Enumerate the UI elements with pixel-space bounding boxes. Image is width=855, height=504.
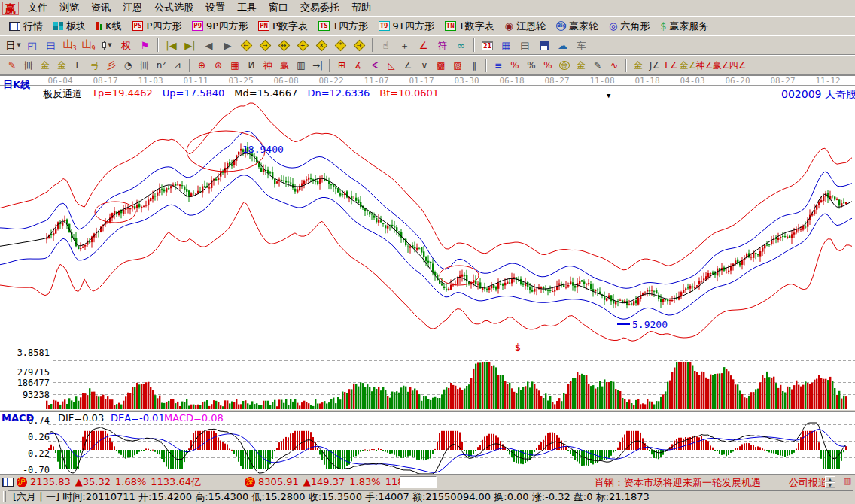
draw-ying-angle[interactable]: 赢∠ (713, 56, 729, 74)
draw-arrow-to-bar[interactable]: →| (309, 56, 326, 74)
draw-note-pen[interactable]: ✎ (589, 56, 606, 74)
tool-save-file[interactable] (534, 37, 553, 53)
tool-first-bar[interactable]: |◀ (162, 37, 181, 53)
draw-fan-grid[interactable]: ◺ (383, 56, 400, 74)
toolbar-item-winner-service[interactable]: $赢家服务 (655, 18, 714, 35)
menu-item-tools[interactable]: 工具 (231, 0, 263, 17)
draw-fan-purple[interactable]: ∢ (367, 56, 383, 74)
draw-gold-line-1[interactable]: 金 (37, 56, 53, 74)
tool-diamond-shrink[interactable]: × (312, 37, 331, 53)
tool-bars-3[interactable]: 山3 (60, 37, 79, 53)
main-price-chart[interactable] (0, 85, 855, 360)
tool-next-bar[interactable]: ▶ (218, 37, 237, 53)
toolbar-item-p-square[interactable]: PSP四方形 (127, 18, 187, 35)
draw-gold-ruler[interactable]: 金 (573, 56, 589, 74)
draw-percent-retrace[interactable]: % (540, 56, 556, 74)
news-scroll-down-button[interactable]: ▼ (825, 482, 835, 488)
draw-grid-red[interactable]: ▦ (227, 56, 243, 74)
draw-tick-ruler[interactable]: 卌 (20, 56, 37, 74)
draw-n-mark[interactable]: И (243, 56, 260, 74)
tool-cycle-tool[interactable]: ∞ (452, 37, 470, 53)
tool-diamond-star[interactable]: * (331, 37, 350, 53)
tool-diamond-expand[interactable]: + (294, 37, 312, 53)
draw-f-angle[interactable]: F∠ (663, 56, 680, 74)
toolbar-item-p-number[interactable]: PNP数字表 (253, 18, 313, 35)
tool-delivery[interactable]: 车 (572, 37, 591, 53)
draw-time-circle[interactable]: ◔ (120, 56, 136, 74)
macd-chart[interactable] (0, 422, 855, 475)
draw-percent-tool[interactable]: % (523, 56, 540, 74)
tool-info-panel[interactable]: ▤ (41, 37, 60, 53)
tool-calendar[interactable]: 21 (478, 37, 497, 53)
tool-angle-measure[interactable]: ∠ (414, 37, 433, 53)
draw-pen-tool[interactable]: ✎ (4, 56, 20, 74)
tool-diamond-both[interactable]: ↔ (275, 37, 294, 53)
draw-percent-line[interactable]: % (507, 56, 523, 74)
draw-parallel-lines[interactable]: ∥ (466, 56, 482, 74)
tool-web-save[interactable]: ☁ (553, 37, 572, 53)
menu-item-formula-select[interactable]: 公式选股 (148, 0, 199, 17)
draw-wave-tool[interactable]: ∿ (606, 56, 622, 74)
draw-protractor[interactable]: ⊿ (169, 56, 186, 74)
tool-crosshair-tool[interactable]: ＋ (395, 37, 414, 53)
draw-j-angle[interactable]: J∠ (647, 56, 663, 74)
tool-diamond-left[interactable]: ← (237, 37, 256, 53)
tool-diamond-right[interactable]: → (256, 37, 275, 53)
toolbar-item-9p-square[interactable]: P99P四方形 (187, 18, 253, 35)
toolbar-item-quotes[interactable]: 行情 (4, 18, 48, 35)
menu-item-gann[interactable]: 江恩 (117, 0, 148, 17)
draw-si-angle[interactable]: 四∠ (729, 56, 746, 74)
menu-item-settings[interactable]: 设置 (199, 0, 231, 17)
toolbar-item-sectors[interactable]: 板块 (48, 18, 91, 35)
draw-scale-ruler[interactable]: ≡ (490, 56, 507, 74)
draw-star-grid[interactable]: ⊛ (210, 56, 227, 74)
news-category[interactable]: 公司报道 (789, 476, 828, 490)
news-ticker[interactable]: 肖钢：资本市场将迎来新一轮发展机遇 (595, 476, 761, 490)
toolbar-item-gann-wheel[interactable]: ◉江恩轮 (500, 18, 551, 35)
tool-prev-bar[interactable]: ◀ (199, 37, 218, 53)
tool-zoom-region[interactable]: ◰ (23, 37, 41, 53)
draw-n-square[interactable]: n² (153, 56, 169, 74)
toolbar-item-t-number[interactable]: TNT数字表 (440, 18, 500, 35)
draw-count-grid[interactable]: ▥ (293, 56, 309, 74)
quick-entry-input[interactable] (400, 476, 437, 488)
draw-gold-line-2[interactable]: 金 (53, 56, 70, 74)
tool-notepad[interactable]: ▤ (516, 37, 534, 53)
draw-f-line[interactable]: F (70, 56, 87, 74)
volume-chart[interactable] (0, 360, 855, 409)
draw-time-grid[interactable]: ▨ (449, 56, 466, 74)
draw-trend-angle[interactable]: ∠ (400, 56, 416, 74)
menu-item-trade[interactable]: 交易委托 (294, 0, 345, 17)
menu-item-news[interactable]: 资讯 (85, 0, 117, 17)
toolbar-item-winner-wheel[interactable]: Big赢家轮 (551, 18, 604, 35)
draw-brush-tool[interactable]: 彡 (103, 56, 120, 74)
draw-ying-line[interactable]: 赢 (276, 56, 293, 74)
draw-shen-line[interactable]: 神 (260, 56, 276, 74)
menu-item-help[interactable]: 帮助 (345, 0, 377, 17)
draw-gold-angle[interactable]: 金∠ (680, 56, 696, 74)
tool-flag-mark[interactable]: ⚑ (135, 37, 154, 53)
market-grid-icon[interactable] (2, 478, 14, 487)
draw-gold-base[interactable]: 金 (630, 56, 647, 74)
tool-candle-style[interactable]: ▼ (98, 37, 117, 53)
draw-fan-red[interactable]: ∡ (350, 56, 367, 74)
toolbar-item-9t-square[interactable]: T99T四方形 (373, 18, 440, 35)
tool-restore-rights[interactable]: 权 (117, 37, 135, 53)
tool-bars-9[interactable]: 山9 (79, 37, 98, 53)
tool-period-day[interactable]: 日▼ (4, 37, 23, 53)
draw-rect-select[interactable]: ⊞ (333, 56, 350, 74)
tool-gann-symbol[interactable]: 符 (433, 37, 452, 53)
menu-item-browse[interactable]: 浏览 (53, 0, 85, 17)
draw-price-grid[interactable]: ▩ (433, 56, 449, 74)
tool-calculator[interactable]: ▦ (497, 37, 516, 53)
draw-bow-line[interactable]: 弓 (87, 56, 103, 74)
menu-item-file[interactable]: 文件 (22, 0, 53, 17)
tool-last-bar[interactable]: ▶| (181, 37, 199, 53)
tool-diamond-goto[interactable]: → (350, 37, 369, 53)
draw-shen-angle[interactable]: 神∠ (696, 56, 713, 74)
tool-hand-tool[interactable]: ☝ (376, 37, 395, 53)
draw-v-wave[interactable]: ∨ (416, 56, 433, 74)
toolbar-item-hexagon[interactable]: ◎六角形 (604, 18, 655, 35)
draw-tick-plain[interactable]: 卌 (136, 56, 153, 74)
draw-gold-circle[interactable]: 金 (556, 56, 573, 74)
